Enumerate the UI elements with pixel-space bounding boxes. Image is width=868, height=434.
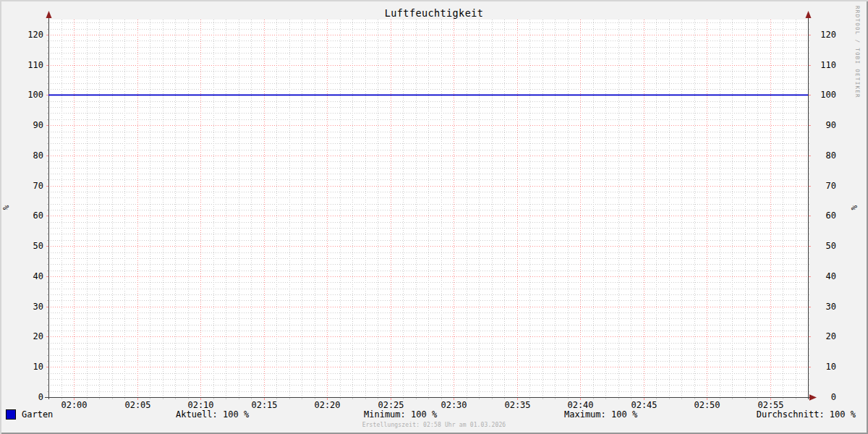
y-axis-tick-label-left: 10: [33, 362, 43, 372]
legend-color-swatch: [6, 409, 16, 420]
legend-series-label: Garten: [22, 409, 53, 420]
stat-durchschnitt: Durchschnitt: 100 %: [757, 409, 856, 420]
chart-plot-area: 0010102020303040405050606070708080909010…: [0, 0, 868, 434]
y-axis-tick-label-left: 80: [33, 150, 43, 161]
stat-minimum: Minimum: 100 %: [364, 409, 437, 420]
y-axis-tick-label-left: 60: [33, 210, 43, 221]
x-axis-tick-label: 02:10: [187, 400, 213, 410]
x-axis-tick-label: 02:40: [567, 400, 593, 410]
x-axis-tick-label: 02:20: [314, 400, 340, 410]
x-axis-tick-label: 02:25: [378, 400, 404, 410]
rrdtool-watermark: RRDTOOL / TOBI OETIKER: [854, 6, 861, 411]
x-axis-tick-label: 02:05: [124, 400, 150, 410]
x-axis-tick-label: 02:00: [61, 400, 87, 410]
y-axis-tick-label-left: 30: [33, 302, 43, 312]
y-axis-tick-label-left: 50: [33, 241, 43, 251]
creation-timestamp: Erstellungszeit: 02:58 Uhr am 01.03.2026: [0, 422, 868, 428]
y-axis-tick-label-left: 20: [33, 331, 43, 341]
stat-maximum: Maximum: 100 %: [564, 409, 637, 420]
rrdtool-graph: 0010102020303040405050606070708080909010…: [0, 0, 868, 434]
y-axis-tick-label-right: 60: [826, 210, 836, 221]
stat-aktuell: Aktuell: 100 %: [176, 409, 249, 420]
y-axis-tick-label-right: 30: [826, 302, 836, 312]
y-axis-tick-label-left: 0: [38, 392, 43, 402]
y-axis-tick-label-right: 100: [820, 90, 836, 100]
x-axis-arrow-icon: [809, 394, 817, 400]
y-axis-tick-label-right: 50: [826, 241, 836, 251]
y-axis-tick-label-right: 0: [831, 392, 836, 402]
y-axis-tick-label-left: 100: [27, 90, 43, 100]
y-axis-tick-label-left: 120: [27, 30, 43, 40]
y-axis-tick-label-left: 40: [33, 271, 43, 281]
y-axis-tick-label-right: 40: [826, 271, 836, 281]
x-axis-tick-label: 02:55: [757, 400, 783, 410]
y-axis-tick-label-right: 120: [820, 30, 836, 40]
x-axis-tick-label: 02:35: [504, 400, 530, 410]
chart-title: Luftfeuchtigkeit: [0, 7, 868, 19]
y-axis-unit-left: %: [1, 205, 11, 210]
y-axis-tick-label-left: 110: [27, 60, 43, 70]
y-axis-tick-label-left: 90: [33, 120, 43, 130]
x-axis-tick-label: 02:15: [251, 400, 277, 410]
y-axis-tick-label-left: 70: [33, 181, 43, 191]
y-axis-tick-label-right: 20: [826, 331, 836, 341]
y-axis-tick-label-right: 90: [826, 120, 836, 130]
y-axis-tick-label-right: 70: [826, 181, 836, 191]
y-axis-tick-label-right: 80: [826, 150, 836, 161]
y-axis-tick-label-right: 110: [820, 60, 836, 70]
y-axis-tick-label-right: 10: [826, 362, 836, 372]
x-axis-tick-label: 02:30: [441, 400, 467, 410]
x-axis-tick-label: 02:45: [631, 400, 657, 410]
x-axis-tick-label: 02:50: [694, 400, 720, 410]
